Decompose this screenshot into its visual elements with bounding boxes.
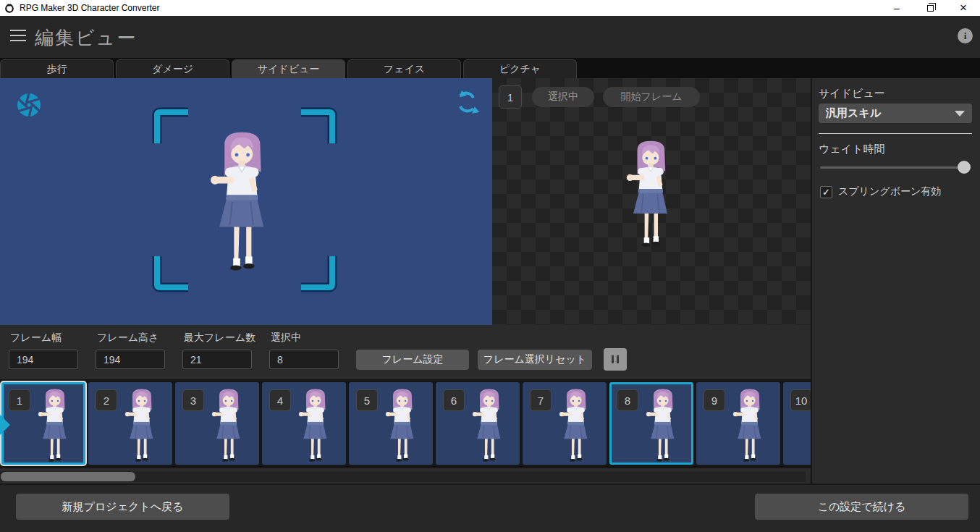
menu-icon[interactable] bbox=[10, 30, 26, 43]
spring-bone-toggle[interactable]: ✓ スプリングボーン有効 bbox=[820, 185, 941, 198]
frame-sprite bbox=[118, 387, 164, 463]
capture-bracket-bottomleft bbox=[152, 252, 193, 292]
sidebar-title: サイドビュー bbox=[819, 87, 885, 101]
frame-sprite bbox=[552, 387, 599, 463]
frame-sprite bbox=[465, 387, 512, 463]
slider-thumb[interactable] bbox=[958, 161, 971, 174]
max-frames-input[interactable] bbox=[182, 350, 252, 369]
frame-sprite bbox=[726, 387, 772, 463]
restore-icon bbox=[927, 5, 934, 12]
filmstrip: 1 2 3 4 5 bbox=[1, 382, 811, 465]
tab-sideview[interactable]: サイドビュー bbox=[232, 59, 345, 78]
frame-cell-7[interactable]: 7 bbox=[523, 382, 607, 465]
chevron-down-icon bbox=[955, 111, 965, 117]
frame-sprite bbox=[379, 387, 425, 463]
start-frame-pill[interactable]: 開始フレーム bbox=[603, 87, 700, 107]
character-sprite-preview bbox=[197, 129, 285, 272]
continue-button[interactable]: この設定で続ける bbox=[755, 494, 968, 520]
app-logo-icon bbox=[4, 3, 14, 13]
frame-width-input[interactable] bbox=[9, 350, 78, 369]
frame-reset-button[interactable]: フレーム選択リセット bbox=[478, 350, 592, 370]
spring-bone-label: スプリングボーン有効 bbox=[838, 185, 941, 198]
capture-bracket-bottomright bbox=[297, 252, 337, 292]
minimize-icon: – bbox=[894, 2, 900, 14]
footer-bar: 新規プロジェクトへ戻る この設定で続ける bbox=[0, 484, 980, 532]
tab-walk[interactable]: 歩行 bbox=[0, 59, 114, 78]
capture-bracket-topleft bbox=[152, 107, 193, 148]
restore-button[interactable] bbox=[913, 0, 947, 16]
filmstrip-scrollbar[interactable] bbox=[0, 471, 806, 482]
frame-sprite bbox=[639, 387, 685, 463]
sideview-settings-sidebar: サイドビュー 汎用スキル ウェイト時間 ✓ スプリングボーン有効 bbox=[812, 78, 980, 484]
aperture-icon bbox=[15, 91, 43, 119]
frame-cell-8[interactable]: 8 bbox=[609, 382, 693, 465]
app-window: RPG Maker 3D Character Converter – × 編集ビ… bbox=[0, 0, 980, 532]
frame-cell-10[interactable]: 10 bbox=[783, 382, 811, 465]
selected-frame-label: 選択中 bbox=[271, 332, 301, 345]
frame-height-input[interactable] bbox=[96, 350, 165, 369]
selected-state-pill[interactable]: 選択中 bbox=[532, 87, 594, 107]
checkbox-checked-icon[interactable]: ✓ bbox=[820, 186, 832, 198]
sprite-sheet-area[interactable]: 1 選択中 開始フレーム bbox=[492, 78, 811, 325]
back-to-new-project-button[interactable]: 新規プロジェクトへ戻る bbox=[16, 494, 229, 520]
window-title: RPG Maker 3D Character Converter bbox=[20, 3, 159, 13]
frame-sprite bbox=[292, 387, 338, 463]
selected-frame-input[interactable] bbox=[269, 350, 339, 369]
max-frames-label: 最大フレーム数 bbox=[184, 332, 255, 345]
filmstrip-area: 1 2 3 4 5 bbox=[0, 379, 811, 468]
slider-track[interactable] bbox=[820, 166, 965, 169]
frame-width-label: フレーム幅 bbox=[10, 332, 62, 345]
app-header: 編集ビュー i bbox=[0, 16, 980, 58]
close-button[interactable]: × bbox=[947, 0, 980, 16]
frame-sprite bbox=[205, 387, 251, 463]
frame-cell-3[interactable]: 3 bbox=[175, 382, 259, 465]
capture-bracket-topright bbox=[297, 107, 337, 148]
frame-cell-2[interactable]: 2 bbox=[88, 382, 172, 465]
frame-height-label: フレーム高さ bbox=[97, 332, 159, 345]
frame-cell-9[interactable]: 9 bbox=[696, 382, 780, 465]
frame-cell-5[interactable]: 5 bbox=[349, 382, 433, 465]
scrollbar-thumb[interactable] bbox=[1, 472, 135, 481]
character-preview-viewport[interactable] bbox=[0, 78, 492, 325]
frame-settings-panel: フレーム幅 フレーム高さ 最大フレーム数 選択中 フレーム設定 フレーム選択リセ… bbox=[0, 325, 811, 484]
close-icon: × bbox=[960, 1, 967, 15]
sheet-frame-number-badge: 1 bbox=[499, 85, 522, 109]
wait-time-slider[interactable] bbox=[820, 161, 971, 174]
tab-picture[interactable]: ピクチャ bbox=[463, 59, 577, 78]
frame-sprite bbox=[31, 387, 77, 463]
frame-cell-6[interactable]: 6 bbox=[436, 382, 520, 465]
wait-time-label: ウェイト時間 bbox=[819, 143, 884, 156]
frame-set-button[interactable]: フレーム設定 bbox=[356, 350, 469, 370]
tab-bar: 歩行 ダメージ サイドビュー フェイス ピクチャ bbox=[0, 58, 980, 78]
tab-face[interactable]: フェイス bbox=[347, 59, 461, 78]
playhead-icon bbox=[0, 415, 10, 435]
sidebar-divider bbox=[819, 133, 972, 134]
pause-icon bbox=[604, 355, 627, 363]
rotate-view-icon[interactable] bbox=[453, 88, 481, 116]
tab-damage[interactable]: ダメージ bbox=[116, 59, 229, 78]
info-icon[interactable]: i bbox=[958, 28, 973, 43]
motion-dropdown[interactable]: 汎用スキル bbox=[819, 104, 972, 123]
character-sprite-sheet bbox=[617, 135, 683, 252]
page-title: 編集ビュー bbox=[35, 25, 137, 51]
frame-cell-1[interactable]: 1 bbox=[1, 382, 85, 465]
pause-button[interactable] bbox=[604, 348, 627, 371]
panel-divider bbox=[811, 78, 812, 484]
os-titlebar: RPG Maker 3D Character Converter – × bbox=[0, 0, 980, 16]
minimize-button[interactable]: – bbox=[880, 0, 913, 16]
frame-cell-4[interactable]: 4 bbox=[262, 382, 346, 465]
motion-dropdown-value: 汎用スキル bbox=[826, 106, 955, 120]
